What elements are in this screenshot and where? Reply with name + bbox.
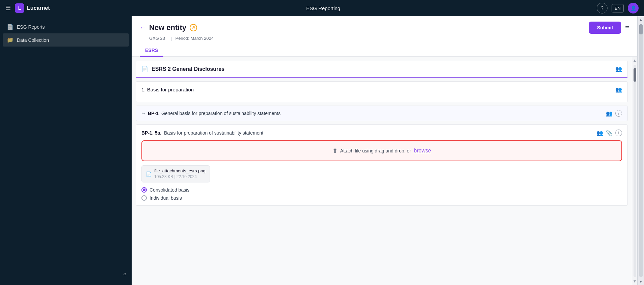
bp1-left: ↪ BP-1 General basis for preparation of … — [141, 111, 280, 116]
language-button[interactable]: EN — [612, 4, 624, 12]
bp1-5a-header: BP-1. 5a. Basis for preparation of susta… — [141, 130, 622, 136]
entity-meta: GXG 23 | Period: March 2024 — [149, 36, 629, 41]
tabs-row: ESRS — [140, 45, 629, 56]
radio-individual-label: Individual basis — [150, 195, 182, 201]
section-header-left: 📄 ESRS 2 General Disclosures — [141, 66, 224, 72]
entity-title: New entity — [149, 23, 186, 32]
file-name: file_attachments_esrs.png — [154, 168, 206, 173]
sidebar-item-esg-reports[interactable]: 📄 ESG Reports — [0, 20, 132, 33]
bp1-5a-attach-icon[interactable]: 📎 — [606, 130, 613, 136]
logo-text: Lucarnet — [27, 5, 50, 11]
sidebar: 📄 ESG Reports 📁 Data Collection « — [0, 16, 132, 285]
outer-scroll-track — [639, 24, 643, 277]
entity-period: Period: March 2024 — [176, 36, 214, 41]
bp1-5a-title: BP-1. 5a. Basis for preparation of susta… — [141, 130, 263, 136]
submit-button[interactable]: Submit — [589, 22, 621, 34]
bp1-users-icon[interactable]: 👥 — [606, 110, 613, 117]
assign-users-icon[interactable]: 👥 — [615, 66, 622, 72]
top-nav: ☰ L Lucarnet ESG Reporting ? EN 👤 — [0, 0, 644, 16]
section-doc-icon: 📄 — [141, 66, 148, 72]
header-right: Submit ≡ — [589, 22, 629, 34]
bp1-info-icon[interactable]: i — [615, 110, 622, 117]
nav-icons: ? EN 👤 — [597, 3, 639, 13]
file-meta: 105.23 KB | 22.10.2024 — [154, 174, 197, 179]
sidebar-label-esg-reports: ESG Reports — [17, 24, 45, 30]
bp1-header: ↪ BP-1 General basis for preparation of … — [141, 110, 622, 117]
bp1-5a-icons: 👥 📎 i — [596, 130, 622, 136]
radio-consolidated-label: Consolidated basis — [150, 187, 189, 193]
bp1-5a-users-icon[interactable]: 👥 — [596, 130, 603, 136]
scroll-track — [634, 65, 636, 277]
bp1-code: BP-1 — [148, 111, 159, 116]
user-avatar[interactable]: 👤 — [628, 3, 639, 13]
subsection-title: 1. Basis for preparation — [141, 87, 194, 92]
sidebar-item-data-collection[interactable]: 📁 Data Collection — [3, 33, 129, 47]
content-scroll: 📄 ESRS 2 General Disclosures 👥 1. Basis … — [132, 57, 632, 285]
outer-right-panel: ▲ ▼ — [637, 16, 644, 285]
scroll-thumb[interactable] — [634, 68, 636, 82]
file-info: file_attachments_esrs.png 105.23 KB | 22… — [154, 168, 206, 179]
section-right: 👥 — [615, 66, 622, 72]
esrs2-section: 📄 ESRS 2 General Disclosures 👥 — [136, 61, 628, 78]
logo-icon: L — [15, 3, 24, 13]
browse-link[interactable]: browse — [414, 148, 431, 154]
radio-individual-circle — [141, 195, 147, 201]
upload-icon: ⬆ — [332, 147, 338, 154]
content-with-scrollbar: 📄 ESRS 2 General Disclosures 👥 1. Basis … — [132, 57, 637, 285]
bp1-icons: 👥 i — [606, 110, 622, 117]
sidebar-label-data-collection: Data Collection — [17, 37, 49, 43]
bp1-row: ↪ BP-1 General basis for preparation of … — [136, 106, 628, 121]
subsection-header: 1. Basis for preparation 👥 — [141, 86, 622, 97]
file-attachment: 📄 file_attachments_esrs.png 105.23 KB | … — [141, 165, 210, 182]
meta-separator: | — [171, 36, 172, 41]
file-date: 22.10.2024 — [177, 174, 197, 179]
file-size: 105.23 KB — [154, 174, 173, 179]
outer-scroll-down[interactable]: ▼ — [638, 278, 644, 285]
section-header: 📄 ESRS 2 General Disclosures 👥 — [136, 61, 627, 78]
scroll-up-arrow[interactable]: ▲ — [632, 57, 637, 63]
bp1-description: General basis for preparation of sustain… — [161, 111, 280, 116]
outer-scroll-up[interactable]: ▲ — [638, 16, 644, 23]
entity-code: GXG 23 — [149, 36, 165, 41]
radio-group: Consolidated basis Individual basis — [141, 187, 622, 201]
options-menu-icon[interactable]: ≡ — [625, 24, 629, 32]
back-arrow[interactable]: ← — [140, 24, 146, 31]
basis-subsection: 1. Basis for preparation 👥 — [136, 81, 628, 102]
content-scrollbar[interactable]: ▲ ▼ — [632, 57, 637, 285]
app-title: ESG Reporting — [50, 5, 597, 11]
entity-title-row: ← New entity ⏱ Submit ≡ — [140, 22, 629, 34]
file-icon: 📄 — [146, 171, 152, 177]
outer-scroll-thumb[interactable] — [639, 24, 643, 34]
section-title: ESRS 2 General Disclosures — [152, 66, 224, 72]
bp1-5a-section: BP-1. 5a. Basis for preparation of susta… — [136, 124, 628, 206]
drop-zone-text: Attach file using drag and drop, or — [340, 148, 411, 153]
sidebar-collapse: « — [0, 267, 132, 281]
data-collection-icon: 📁 — [7, 37, 14, 43]
radio-consolidated[interactable]: Consolidated basis — [141, 187, 622, 193]
tab-esrs[interactable]: ESRS — [140, 45, 163, 57]
logo: L Lucarnet — [15, 3, 50, 13]
radio-consolidated-circle — [141, 187, 147, 193]
bp1-5a-code: BP-1. 5a. — [141, 130, 161, 136]
esg-reports-icon: 📄 — [7, 24, 14, 30]
content-header: ← New entity ⏱ Submit ≡ GXG 23 | Period:… — [132, 16, 637, 57]
main-layout: 📄 ESG Reports 📁 Data Collection « ← New … — [0, 16, 644, 285]
file-drop-zone[interactable]: ⬆ Attach file using drag and drop, or br… — [141, 140, 622, 161]
clock-icon: ⏱ — [190, 24, 197, 31]
bp1-arrow-icon: ↪ — [141, 111, 145, 116]
scroll-down-arrow[interactable]: ▼ — [632, 278, 637, 284]
radio-individual[interactable]: Individual basis — [141, 195, 622, 201]
content-area: ← New entity ⏱ Submit ≡ GXG 23 | Period:… — [132, 16, 637, 285]
menu-icon[interactable]: ☰ — [5, 4, 11, 12]
bp1-5a-description: Basis for preparation of sustainability … — [164, 130, 263, 136]
entity-title-left: ← New entity ⏱ — [140, 23, 197, 32]
bp1-5a-info-icon[interactable]: i — [615, 130, 622, 136]
collapse-button[interactable]: « — [123, 271, 126, 277]
subsection-assign-icon[interactable]: 👥 — [615, 86, 622, 93]
help-button[interactable]: ? — [597, 3, 608, 13]
